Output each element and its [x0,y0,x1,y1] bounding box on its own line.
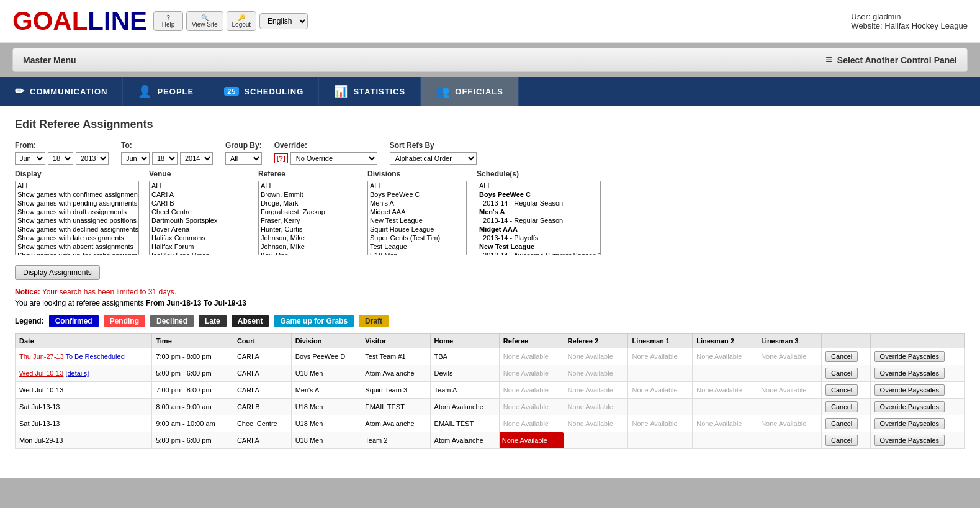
from-month-select[interactable]: JunJanFebMar AprMayJulAug SepOctNovDec [15,152,45,165]
language-select[interactable]: English French [259,13,308,29]
col-actions2 [870,334,964,348]
legend-draft: Draft [359,315,389,327]
row3-division: Men's A [291,382,361,399]
row1-cancel-button[interactable]: Cancel [825,351,858,362]
nav-statistics[interactable]: 📊 STATISTICS [319,77,421,106]
row5-override-button[interactable]: Override Payscales [874,418,945,429]
row1-linesman1: None Available [628,348,693,365]
row5-referee: None Available [499,415,564,432]
row4-cancel-button[interactable]: Cancel [825,401,858,412]
view-site-button[interactable]: 🔍 View Site [186,11,223,31]
website-name: Website: Halifax Hockey League [851,21,968,30]
row6-override-button[interactable]: Override Payscales [874,435,945,446]
col-referee2: Referee 2 [564,334,628,348]
date-range-bold: From Jun-18-13 To Jul-19-13 [146,299,246,307]
logout-button[interactable]: 🔑 Logout [227,11,257,31]
nav-scheduling[interactable]: 25 SCHEDULING [209,77,319,106]
legend-confirmed: Confirmed [49,315,99,327]
sort-refs-filter: Sort Refs By Alphabetical Order [390,141,477,165]
row2-override-button[interactable]: Override Payscales [874,368,945,379]
display-filter-label: Display [15,170,139,178]
to-year-select[interactable]: 20142013 [180,152,213,165]
row4-linesman1 [628,399,693,415]
group-by-label: Group By: [225,141,262,150]
row3-cancel-button[interactable]: Cancel [825,384,858,396]
table-row: Sat Jul-13-13 8:00 am - 9:00 am CARI B U… [16,399,965,415]
nav-people[interactable]: 👤 PEOPLE [123,77,209,106]
row3-visitor: Squirt Team 3 [361,382,430,399]
page-title: Edit Referee Assignments [15,118,965,131]
group-by-select[interactable]: All [225,152,262,165]
row2-division: U18 Men [291,365,361,382]
user-name: User: gladmin [851,12,968,21]
legend-late: Late [199,315,227,327]
help-button[interactable]: ? Help [153,11,183,31]
from-year-select[interactable]: 20132014 [76,152,109,165]
filter-row-1: From: JunJanFebMar AprMayJulAug SepOctNo… [15,141,965,165]
to-month-select[interactable]: JunJan [121,152,150,165]
col-linesman3: Linesman 3 [757,334,822,348]
to-day-select[interactable]: 18 [152,152,178,165]
row4-time: 8:00 am - 9:00 am [152,399,233,415]
row1-referee2: None Available [564,348,628,365]
col-court: Court [233,334,291,348]
referee-filter-label: Referee [258,170,357,178]
row6-court: CARI A [233,432,291,449]
referee-listbox[interactable]: ALL Brown, Emmit Droge, Mark Forgrabstes… [258,181,357,255]
row4-override-button[interactable]: Override Payscales [874,401,945,412]
row2-visitor: Atom Avalanche [361,365,430,382]
notice-body: Your search has been limited to 31 days. [42,288,176,296]
to-filter: To: JunJan 18 20142013 [121,141,213,165]
communication-icon: ✏ [15,84,25,98]
select-panel-label: Select Another Control Panel [837,55,957,65]
row4-linesman2 [693,399,757,415]
col-linesman2: Linesman 2 [693,334,757,348]
row5-date: Sat Jul-13-13 [16,415,152,432]
from-day-select[interactable]: 18 [48,152,73,165]
col-linesman1: Linesman 1 [628,334,693,348]
schedules-listbox[interactable]: ALL Boys PeeWee C 2013-14 - Regular Seas… [477,181,601,255]
row1-date-suffix[interactable]: To Be Rescheduled [65,353,124,360]
nav-bar: ✏ COMMUNICATION 👤 PEOPLE 25 SCHEDULING 📊… [0,77,980,106]
override-help-icon[interactable]: [?] [274,153,288,163]
from-label: From: [15,141,109,150]
logout-label: Logout [232,21,251,28]
statistics-icon: 📊 [334,84,348,98]
row2-date-link[interactable]: Wed Jul-10-13 [19,370,63,377]
override-select[interactable]: No Override [290,152,377,165]
row5-cancel-button[interactable]: Cancel [825,418,858,429]
nav-people-label: PEOPLE [157,87,194,96]
display-assignments-button[interactable]: Display Assignments [15,265,100,280]
venue-listbox[interactable]: ALL CARI A CARI B Cheel Centre Dartmouth… [149,181,248,255]
display-listbox[interactable]: ALL Show games with confirmed assignment… [15,181,139,255]
referee-filter-col: Referee ALL Brown, Emmit Droge, Mark For… [258,170,357,255]
row6-referee: None Available [499,432,564,449]
row1-override-button[interactable]: Override Payscales [874,351,945,362]
scheduling-badge: 25 [224,87,239,96]
row2-cancel-button[interactable]: Cancel [825,368,858,379]
master-menu-label[interactable]: Master Menu [23,55,76,65]
row6-cancel-button[interactable]: Cancel [825,435,858,446]
row2-linesman1 [628,365,693,382]
col-date: Date [16,334,152,348]
logo: GOALLINE [12,6,147,36]
row2-referee2: None Available [564,365,628,382]
row4-referee: None Available [499,399,564,415]
row2-date-suffix[interactable]: [details] [65,370,89,377]
divisions-listbox[interactable]: ALL Boys PeeWee C Men's A Midget AAA New… [367,181,467,255]
sort-refs-label: Sort Refs By [390,141,477,150]
logo-line: LINE [88,6,147,36]
nav-officials[interactable]: 👥 OFFICIALS [421,77,519,106]
nav-communication[interactable]: ✏ COMMUNICATION [0,77,123,106]
officials-icon: 👥 [436,84,450,98]
row1-date-link[interactable]: Thu Jun-27-13 [19,353,64,360]
row3-override-button[interactable]: Override Payscales [874,384,945,396]
select-panel-button[interactable]: ≡ Select Another Control Panel [825,53,957,66]
row4-division: U18 Men [291,399,361,415]
nav-officials-label: OFFICIALS [455,87,503,96]
row4-court: CARI B [233,399,291,415]
row3-date: Wed Jul-10-13 [16,382,152,399]
group-by-filter: Group By: All [225,141,262,165]
table-row: Thu Jun-27-13 To Be Rescheduled 7:00 pm … [16,348,965,365]
sort-refs-select[interactable]: Alphabetical Order [390,152,477,165]
